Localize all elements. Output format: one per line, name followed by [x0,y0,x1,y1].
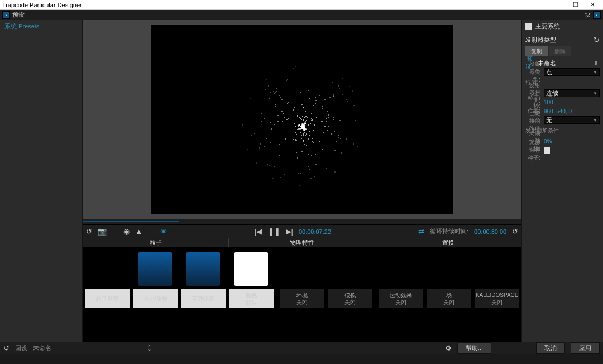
thumb-opacity[interactable]: 不透明度 [181,252,226,314]
thumb-particle-type[interactable]: 粒子类型 [85,252,130,314]
thumb-img [432,252,466,286]
footer-name: 未命名 [33,344,51,352]
thumb-sub: 关闭 [296,299,308,306]
thumb-env[interactable]: 环境关闭 [280,252,324,314]
thumb-sub: 关闭 [344,299,356,306]
null-dropdown[interactable]: 无▼ [544,116,600,124]
next-frame-icon[interactable]: ▶| [286,227,293,236]
camera-icon[interactable]: 📷 [98,227,107,236]
cat-particle[interactable]: 粒子 [83,238,229,247]
window-titlebar: Trapcode Particular Designer — ☐ ✕ [0,0,603,10]
main-system-checkbox[interactable] [525,23,532,30]
thumb-sim[interactable]: 模拟关闭 [328,252,372,314]
random-value[interactable]: 0% [544,137,600,145]
thumb-label: 大小/旋转 [143,295,168,303]
thumb-label: KALEIDOSPACE [476,291,519,299]
thumb-img [480,252,514,286]
thumb-label: 不透明度 [192,295,214,303]
thumb-img [333,252,367,286]
refresh-icon[interactable]: ↻ [594,36,600,44]
cat-displace[interactable]: 置换 [375,238,521,247]
right-panel: 主要系统 发射器类型 ↻ 复制 删除 预设: 未命名 ⇩ 发射器类型: 点▼ 行… [521,20,603,342]
presets-toggle[interactable]: › [2,11,10,19]
thumb-label: 运动效果 [390,291,412,299]
loop-time[interactable]: 00:00:30:00 [474,228,506,235]
current-time[interactable]: 00:00:07:22 [299,228,331,235]
footer-bar: ↺ 回设 未命名 ⇩ ⚙ 帮助... 取消 应用 [0,342,603,354]
footer-undo-icon[interactable]: ↺ [3,344,9,352]
thumb-sub: 关闭 [395,299,406,306]
pos-value[interactable]: 960, 540, 0 [544,107,600,115]
scrub-progress [83,221,179,222]
loop-label: 循环持续时间: [430,227,468,236]
emitter-section-title: 发射器类型 [525,36,556,44]
undo-icon[interactable]: ↺ [86,227,92,236]
thumb-sub: 关闭 [443,299,454,306]
minimize-button[interactable]: — [551,2,567,8]
preview-area [83,20,521,219]
thumb-sub: 默认 [246,299,257,306]
cat-physics[interactable]: 物理特性 [229,238,375,247]
tab-delete[interactable]: 删除 [549,46,571,56]
behavior-dropdown[interactable]: 连续▼ [544,89,600,97]
circle-icon[interactable]: ◉ [123,227,130,236]
thumb-sub: 关闭 [491,299,502,306]
thumb-img [384,252,418,286]
thumb-field[interactable]: 场关闭 [427,252,471,314]
thumb-size-rotate[interactable]: 大小/旋转 [133,252,178,314]
reset-icon[interactable]: ↺ [512,227,518,236]
thumb-label: 粒子类型 [96,295,118,303]
frame-icon[interactable]: ▭ [148,227,155,236]
footer-save-icon[interactable]: ⇩ [146,344,152,352]
blocks-toggle[interactable]: ‹ [593,11,601,19]
thumb-img [90,252,124,286]
thumb-label: 模拟 [344,291,356,299]
seed-label: 光源独特种子: [525,138,544,162]
thumb-img [138,252,172,286]
thumb-motion[interactable]: 运动效果关闭 [379,252,423,314]
close-button[interactable]: ✕ [584,1,601,8]
prev-frame-icon[interactable]: |◀ [255,227,262,236]
thumb-img [234,252,268,286]
apply-button[interactable]: 应用 [571,342,600,354]
thumb-color[interactable]: 颜色默认 [229,252,274,314]
left-panel: 系统 Presets [0,20,83,342]
window-title: Trapcode Particular Designer [2,2,82,8]
presets-label: 预设 [12,11,25,19]
thumb-img [285,252,319,286]
thumb-kaleido[interactable]: KALEIDOSPACE关闭 [475,252,519,314]
thumb-label: 颜色 [246,291,257,299]
thumb-label: 环境 [296,291,308,299]
warning-icon[interactable]: ▲ [135,227,142,236]
cancel-button[interactable]: 取消 [536,342,565,354]
help-button[interactable]: 帮助... [457,342,491,354]
thumb-img [186,252,220,286]
transport-bar: ↺ 📷 ◉ ▲ ▭ 👁 |◀ ❚❚ ▶| 00:00:07:22 ⇄ 循环持续时… [83,224,521,238]
main-area: 系统 Presets ↺ 📷 ◉ ▲ ▭ 👁 |◀ ❚❚ ▶| 00:00:07… [0,20,603,342]
eye-icon[interactable]: 👁 [160,227,168,236]
save-preset-icon[interactable]: ⇩ [592,60,600,67]
emitter-type-dropdown[interactable]: 点▼ [544,68,600,76]
lower-fill [83,314,521,342]
maximize-button[interactable]: ☐ [567,1,584,8]
timeline-scrub[interactable] [83,219,521,224]
footer-back[interactable]: 回设 [15,344,27,352]
thumbs-row: 粒子类型 大小/旋转 不透明度 颜色默认 环境关闭 [83,247,521,314]
main-system-label: 主要系统 [535,22,560,31]
seed-checkbox[interactable] [544,147,550,154]
category-row: 粒子 物理特性 置换 [83,238,521,247]
settings-icon[interactable]: ⚙ [445,344,452,352]
pps-value[interactable]: 100 [544,98,600,106]
main-system-row[interactable]: 主要系统 [522,20,603,33]
system-presets-link[interactable]: 系统 Presets [0,20,82,33]
pause-icon[interactable]: ❚❚ [268,227,280,236]
preview-canvas[interactable] [151,25,453,214]
blocks-label: 块 [585,11,591,19]
loop-icon[interactable]: ⇄ [418,227,424,236]
thumb-label: 场 [446,291,452,299]
header-bar: › 预设 块 ‹ [0,10,603,20]
center-panel: ↺ 📷 ◉ ▲ ▭ 👁 |◀ ❚❚ ▶| 00:00:07:22 ⇄ 循环持续时… [83,20,521,342]
